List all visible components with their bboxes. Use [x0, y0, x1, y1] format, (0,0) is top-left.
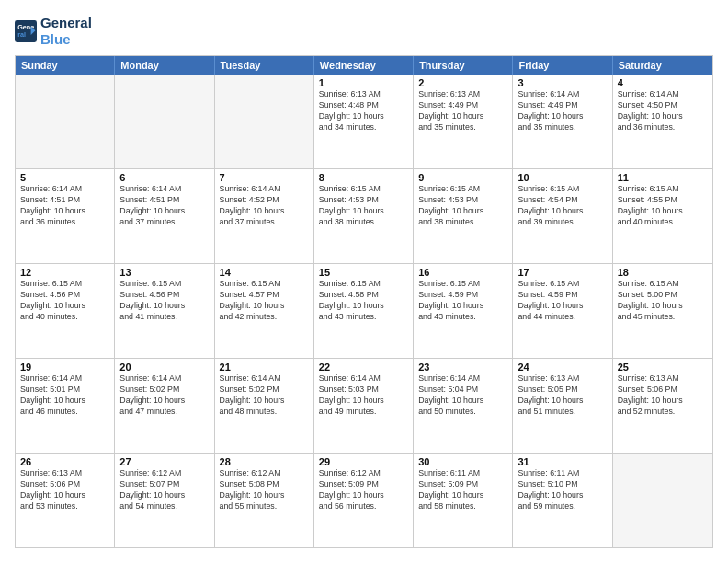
day-number: 15 — [319, 267, 408, 278]
page: Gene ral General Blue SundayMondayTuesda… — [0, 0, 728, 563]
day-info: Sunrise: 6:14 AM Sunset: 4:51 PM Dayligh… — [119, 184, 209, 228]
day-info: Sunrise: 6:15 AM Sunset: 4:53 PM Dayligh… — [418, 184, 507, 228]
day-info: Sunrise: 6:12 AM Sunset: 5:09 PM Dayligh… — [319, 468, 408, 512]
day-cell-12: 12Sunrise: 6:15 AM Sunset: 4:56 PM Dayli… — [16, 264, 115, 358]
day-header-saturday: Saturday — [613, 56, 712, 75]
day-number: 1 — [319, 77, 408, 88]
day-cell-17: 17Sunrise: 6:15 AM Sunset: 4:59 PM Dayli… — [513, 264, 612, 358]
day-number: 29 — [319, 456, 408, 467]
day-info: Sunrise: 6:15 AM Sunset: 4:56 PM Dayligh… — [20, 279, 109, 323]
day-number: 18 — [618, 267, 708, 278]
day-info: Sunrise: 6:13 AM Sunset: 5:06 PM Dayligh… — [618, 373, 708, 418]
day-number: 30 — [418, 456, 507, 467]
day-info: Sunrise: 6:15 AM Sunset: 4:53 PM Dayligh… — [319, 184, 408, 228]
day-number: 6 — [119, 172, 209, 183]
day-cell-3: 3Sunrise: 6:14 AM Sunset: 4:49 PM Daylig… — [513, 75, 612, 168]
day-info: Sunrise: 6:13 AM Sunset: 4:48 PM Dayligh… — [319, 89, 408, 133]
day-info: Sunrise: 6:15 AM Sunset: 4:56 PM Dayligh… — [119, 279, 209, 323]
day-cell-18: 18Sunrise: 6:15 AM Sunset: 5:00 PM Dayli… — [613, 264, 712, 358]
day-info: Sunrise: 6:14 AM Sunset: 5:04 PM Dayligh… — [418, 373, 507, 418]
day-info: Sunrise: 6:14 AM Sunset: 5:01 PM Dayligh… — [20, 373, 109, 418]
day-info: Sunrise: 6:15 AM Sunset: 4:54 PM Dayligh… — [518, 184, 607, 228]
day-info: Sunrise: 6:13 AM Sunset: 4:49 PM Dayligh… — [418, 89, 507, 133]
header: Gene ral General Blue — [15, 15, 713, 48]
day-header-wednesday: Wednesday — [314, 56, 414, 75]
day-info: Sunrise: 6:14 AM Sunset: 4:49 PM Dayligh… — [518, 89, 607, 133]
day-number: 21 — [220, 362, 309, 373]
day-header-monday: Monday — [115, 56, 214, 75]
day-cell-9: 9Sunrise: 6:15 AM Sunset: 4:53 PM Daylig… — [414, 169, 513, 263]
day-cell-11: 11Sunrise: 6:15 AM Sunset: 4:55 PM Dayli… — [613, 169, 712, 263]
day-number: 9 — [418, 172, 507, 183]
day-info: Sunrise: 6:14 AM Sunset: 4:50 PM Dayligh… — [618, 89, 708, 133]
day-cell-6: 6Sunrise: 6:14 AM Sunset: 4:51 PM Daylig… — [115, 169, 214, 263]
day-number: 10 — [518, 172, 607, 183]
day-cell-26: 26Sunrise: 6:13 AM Sunset: 5:06 PM Dayli… — [16, 454, 115, 547]
day-cell-21: 21Sunrise: 6:14 AM Sunset: 5:02 PM Dayli… — [215, 359, 314, 453]
day-number: 20 — [119, 362, 209, 373]
day-cell-20: 20Sunrise: 6:14 AM Sunset: 5:02 PM Dayli… — [115, 359, 214, 453]
day-number: 23 — [418, 362, 507, 373]
day-cell-19: 19Sunrise: 6:14 AM Sunset: 5:01 PM Dayli… — [16, 359, 115, 453]
day-cell-29: 29Sunrise: 6:12 AM Sunset: 5:09 PM Dayli… — [314, 454, 414, 547]
day-info: Sunrise: 6:14 AM Sunset: 5:02 PM Dayligh… — [119, 373, 209, 418]
day-cell-24: 24Sunrise: 6:13 AM Sunset: 5:05 PM Dayli… — [513, 359, 612, 453]
calendar-body: 1Sunrise: 6:13 AM Sunset: 4:48 PM Daylig… — [16, 75, 712, 547]
day-number: 26 — [20, 456, 109, 467]
calendar: SundayMondayTuesdayWednesdayThursdayFrid… — [15, 55, 713, 548]
day-number: 17 — [518, 267, 607, 278]
day-cell-2: 2Sunrise: 6:13 AM Sunset: 4:49 PM Daylig… — [414, 75, 513, 168]
day-header-thursday: Thursday — [414, 56, 513, 75]
day-cell-4: 4Sunrise: 6:14 AM Sunset: 4:50 PM Daylig… — [613, 75, 712, 168]
calendar-row-0: 1Sunrise: 6:13 AM Sunset: 4:48 PM Daylig… — [16, 75, 712, 169]
day-number: 4 — [618, 77, 708, 88]
day-cell-13: 13Sunrise: 6:15 AM Sunset: 4:56 PM Dayli… — [115, 264, 214, 358]
calendar-row-4: 26Sunrise: 6:13 AM Sunset: 5:06 PM Dayli… — [16, 454, 712, 547]
calendar-row-3: 19Sunrise: 6:14 AM Sunset: 5:01 PM Dayli… — [16, 359, 712, 454]
empty-cell-0-2 — [215, 75, 314, 168]
day-cell-16: 16Sunrise: 6:15 AM Sunset: 4:59 PM Dayli… — [414, 264, 513, 358]
day-number: 2 — [418, 77, 507, 88]
day-cell-15: 15Sunrise: 6:15 AM Sunset: 4:58 PM Dayli… — [314, 264, 414, 358]
day-info: Sunrise: 6:14 AM Sunset: 5:03 PM Dayligh… — [319, 373, 408, 418]
empty-cell-0-1 — [115, 75, 214, 168]
day-number: 7 — [220, 172, 309, 183]
empty-cell-4-6 — [613, 454, 712, 547]
day-header-tuesday: Tuesday — [215, 56, 314, 75]
day-cell-5: 5Sunrise: 6:14 AM Sunset: 4:51 PM Daylig… — [16, 169, 115, 263]
day-cell-22: 22Sunrise: 6:14 AM Sunset: 5:03 PM Dayli… — [314, 359, 414, 453]
day-header-sunday: Sunday — [16, 56, 115, 75]
day-cell-23: 23Sunrise: 6:14 AM Sunset: 5:04 PM Dayli… — [414, 359, 513, 453]
day-number: 11 — [618, 172, 708, 183]
day-info: Sunrise: 6:14 AM Sunset: 4:52 PM Dayligh… — [220, 184, 309, 228]
day-info: Sunrise: 6:15 AM Sunset: 4:59 PM Dayligh… — [418, 279, 507, 323]
day-cell-30: 30Sunrise: 6:11 AM Sunset: 5:09 PM Dayli… — [414, 454, 513, 547]
day-info: Sunrise: 6:15 AM Sunset: 4:59 PM Dayligh… — [518, 279, 607, 323]
day-number: 14 — [220, 267, 309, 278]
day-number: 22 — [319, 362, 408, 373]
day-info: Sunrise: 6:12 AM Sunset: 5:07 PM Dayligh… — [119, 468, 209, 512]
calendar-row-1: 5Sunrise: 6:14 AM Sunset: 4:51 PM Daylig… — [16, 169, 712, 264]
logo-text: General Blue — [40, 15, 92, 48]
day-number: 27 — [119, 456, 209, 467]
day-info: Sunrise: 6:14 AM Sunset: 5:02 PM Dayligh… — [220, 373, 309, 418]
day-info: Sunrise: 6:15 AM Sunset: 4:55 PM Dayligh… — [618, 184, 708, 228]
day-number: 31 — [518, 456, 607, 467]
logo-icon: Gene ral — [15, 20, 37, 42]
day-info: Sunrise: 6:15 AM Sunset: 4:57 PM Dayligh… — [220, 279, 309, 323]
calendar-row-2: 12Sunrise: 6:15 AM Sunset: 4:56 PM Dayli… — [16, 264, 712, 359]
day-cell-25: 25Sunrise: 6:13 AM Sunset: 5:06 PM Dayli… — [613, 359, 712, 453]
svg-text:ral: ral — [17, 30, 26, 39]
day-info: Sunrise: 6:13 AM Sunset: 5:06 PM Dayligh… — [20, 468, 109, 512]
day-cell-14: 14Sunrise: 6:15 AM Sunset: 4:57 PM Dayli… — [215, 264, 314, 358]
day-info: Sunrise: 6:11 AM Sunset: 5:09 PM Dayligh… — [418, 468, 507, 512]
calendar-header-row: SundayMondayTuesdayWednesdayThursdayFrid… — [16, 56, 712, 75]
day-number: 16 — [418, 267, 507, 278]
day-cell-31: 31Sunrise: 6:11 AM Sunset: 5:10 PM Dayli… — [513, 454, 612, 547]
day-info: Sunrise: 6:11 AM Sunset: 5:10 PM Dayligh… — [518, 468, 607, 512]
day-number: 8 — [319, 172, 408, 183]
day-number: 24 — [518, 362, 607, 373]
day-number: 13 — [119, 267, 209, 278]
day-cell-8: 8Sunrise: 6:15 AM Sunset: 4:53 PM Daylig… — [314, 169, 414, 263]
day-info: Sunrise: 6:14 AM Sunset: 4:51 PM Dayligh… — [20, 184, 109, 228]
